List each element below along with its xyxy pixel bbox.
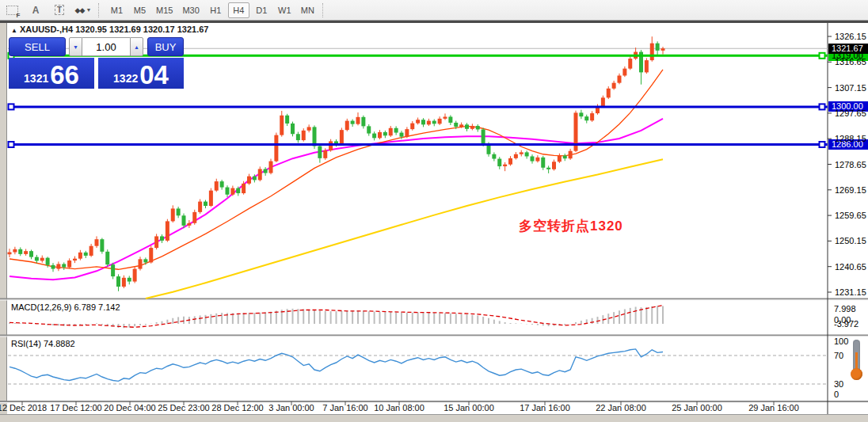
line-drag-handle[interactable] — [820, 142, 825, 147]
candle-body — [116, 276, 120, 287]
time-axis-label: 10 Jan 08:00 — [374, 403, 424, 412]
candle-body — [340, 130, 344, 144]
candle-body — [313, 127, 317, 146]
candle-body — [253, 177, 257, 181]
candle-body — [378, 132, 382, 138]
volume-input[interactable]: 1.00 — [82, 37, 130, 56]
candle-body — [584, 116, 588, 120]
candle-body — [508, 158, 512, 165]
candle-body — [230, 188, 234, 195]
candle-body — [444, 116, 447, 118]
candle-body — [492, 154, 496, 159]
rsi-axis-label: 70 — [834, 351, 843, 360]
candle-body — [171, 208, 175, 221]
candle-body — [62, 264, 66, 267]
current-price-badge: 1321.67 — [828, 44, 868, 54]
symbol-triangle-icon: ▲ — [11, 27, 17, 34]
time-axis-label: 7 Jan 16:00 — [322, 403, 368, 412]
candle-body — [242, 184, 246, 193]
candle-body — [628, 59, 632, 69]
candle-body — [40, 258, 44, 261]
candle-body — [405, 129, 409, 137]
candle-body — [204, 202, 207, 206]
price-axis-tick-label: 1297.65 — [835, 108, 866, 118]
chart-text-annotation[interactable]: 多空转折点1320 — [519, 217, 623, 235]
candle-body — [302, 131, 306, 140]
candle-body — [361, 117, 365, 127]
candle-body — [383, 132, 387, 135]
candle-body — [209, 191, 213, 206]
time-axis-label: 17 Dec 12:00 — [50, 403, 101, 412]
candle-body — [416, 120, 420, 123]
rsi-axis-label: 30 — [834, 379, 843, 389]
volume-increase-button[interactable]: ▲ — [130, 37, 143, 56]
candle-body — [476, 126, 480, 129]
candle-body — [166, 221, 169, 240]
line-drag-handle[interactable] — [820, 104, 825, 109]
candle-body — [247, 177, 251, 184]
candle-body — [590, 113, 594, 120]
candle-body — [78, 253, 82, 259]
macd-axis-label: -3.972 — [834, 319, 858, 329]
candle-body — [323, 150, 327, 158]
candle-body — [535, 158, 539, 162]
candle-body — [29, 251, 33, 257]
candle-body — [56, 264, 60, 268]
candle-body — [318, 146, 322, 158]
price-axis-tick-label: 1240.65 — [835, 262, 866, 272]
ma-fast-red-line — [10, 70, 663, 269]
candle-body — [177, 208, 181, 215]
sell-button[interactable]: SELL — [9, 37, 66, 56]
price-axis-tick-label: 1278.65 — [835, 160, 866, 169]
candle-body — [285, 116, 289, 124]
line-drag-handle[interactable] — [9, 142, 14, 147]
candle-body — [579, 112, 583, 116]
sell-price-display[interactable]: 1321 66 — [9, 58, 94, 89]
buy-button[interactable]: BUY — [147, 37, 184, 56]
candle-body — [105, 252, 109, 264]
candle-body — [650, 44, 654, 60]
candle-body — [438, 119, 442, 124]
price-axis-tick-label: 1307.15 — [835, 83, 866, 93]
candle-body — [154, 236, 158, 248]
time-axis-label: 22 Jan 08:00 — [596, 403, 646, 412]
candle-body — [122, 278, 126, 287]
time-axis-label: 3 Jan 00:00 — [268, 403, 314, 412]
candle-body — [258, 169, 262, 180]
candle-body — [432, 121, 436, 124]
candle-body — [307, 127, 311, 130]
candle-body — [558, 155, 562, 162]
candle-body — [421, 120, 425, 124]
candle-body — [607, 89, 611, 98]
line-drag-handle[interactable] — [820, 53, 825, 59]
price-axis-tick-label: 1288.15 — [835, 134, 866, 143]
rsi-axis-label: 100 — [834, 336, 848, 346]
macd-axis-label: 7.998 — [834, 304, 856, 314]
candle-body — [111, 264, 115, 276]
candle-body — [329, 141, 333, 150]
candle-body — [482, 129, 485, 143]
line-drag-handle[interactable] — [9, 104, 14, 109]
buy-price-display[interactable]: 1322 04 — [98, 58, 184, 89]
candle-body — [372, 134, 376, 139]
rsi-line — [10, 349, 663, 382]
candle-body — [182, 215, 186, 226]
candle-body — [351, 121, 355, 124]
volume-decrease-button[interactable]: ▼ — [69, 37, 82, 56]
candle-body — [95, 239, 99, 246]
candle-body — [459, 124, 463, 127]
time-axis-label: 20 Dec 04:00 — [104, 403, 155, 412]
candle-body — [13, 249, 17, 253]
candle-body — [552, 162, 556, 169]
candle-body — [18, 249, 22, 254]
candle-body — [497, 159, 501, 167]
candle-body — [367, 126, 371, 133]
macd-indicator-label: MACD(12,26,9) 6.789 7.142 — [11, 302, 120, 312]
candle-body — [67, 260, 71, 268]
candle-body — [128, 278, 131, 282]
candle-body — [525, 152, 529, 156]
time-axis-label: 17 Jan 16:00 — [520, 403, 570, 412]
rsi-axis-label: 0 — [834, 390, 839, 399]
candle-body — [356, 117, 360, 124]
candle-body — [187, 223, 191, 226]
